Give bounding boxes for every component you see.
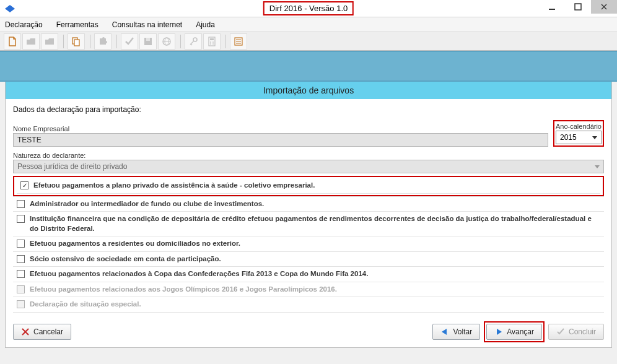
cancel-icon xyxy=(21,327,30,336)
check-label: Efetuou pagamentos a plano privado de as… xyxy=(33,181,315,191)
check-label: Efetuou pagamentos relacionados aos Jogo… xyxy=(30,285,337,295)
ano-value: 2015 xyxy=(560,133,577,142)
menu-ajuda[interactable]: Ajuda xyxy=(193,19,217,30)
svg-point-18 xyxy=(212,41,214,43)
checkbox-icon[interactable] xyxy=(17,200,25,208)
avancar-button[interactable]: Avançar xyxy=(486,324,542,340)
checkbox-icon[interactable] xyxy=(17,255,25,263)
toolbar-sep xyxy=(225,35,226,48)
cancelar-label: Cancelar xyxy=(33,327,63,336)
cancelar-button[interactable]: Cancelar xyxy=(13,324,71,340)
toolbar-puzzle-icon[interactable] xyxy=(94,33,112,50)
ano-label: Ano-calendário xyxy=(556,123,602,130)
toolbar-sep xyxy=(90,35,90,48)
chevron-down-icon xyxy=(592,136,597,139)
svg-rect-2 xyxy=(575,4,581,10)
svg-point-17 xyxy=(210,41,211,43)
title-highlight: Dirf 2016 - Versão 1.0 xyxy=(263,1,354,15)
check-row-inst-financeira[interactable]: Instituição financeira que na condição d… xyxy=(13,211,604,236)
svg-point-20 xyxy=(212,43,214,45)
checkbox-icon[interactable] xyxy=(17,270,25,278)
svg-rect-8 xyxy=(146,38,150,41)
toolbar-new-icon[interactable] xyxy=(4,33,21,50)
check-row-saude[interactable]: Efetuou pagamentos a plano privado de as… xyxy=(17,178,600,194)
panel-title: Importação de arquivos xyxy=(6,82,611,99)
toolbar xyxy=(0,32,617,51)
svg-line-14 xyxy=(191,44,192,45)
title-bar: Dirf 2016 - Versão 1.0 xyxy=(0,0,617,17)
back-icon xyxy=(440,327,449,336)
section-title: Dados da declaração para importação: xyxy=(13,105,604,114)
close-button[interactable] xyxy=(591,0,617,14)
svg-marker-28 xyxy=(497,329,502,335)
menu-declaracao[interactable]: Declaração xyxy=(2,19,45,30)
check-row-highlight: Efetuou pagamentos a plano privado de as… xyxy=(13,176,604,196)
toolbar-save-icon[interactable] xyxy=(139,33,157,50)
check-label: Efetuou pagamentos relacionados à Copa d… xyxy=(30,269,368,279)
concluir-button: Concluir xyxy=(548,324,604,340)
nome-label: Nome Empresarial xyxy=(13,125,548,132)
checkbox-list: Efetuou pagamentos a plano privado de as… xyxy=(13,177,604,313)
button-bar: Cancelar Voltar Avançar xyxy=(13,313,604,342)
checkbox-icon xyxy=(17,285,25,293)
nome-input[interactable]: TESTE xyxy=(13,133,548,147)
ano-select[interactable]: 2015 xyxy=(556,131,602,144)
natureza-value: Pessoa jurídica de direito privado xyxy=(17,162,127,171)
menu-bar: Declaração Ferramentas Consultas na inte… xyxy=(0,17,617,32)
toolbar-folder-icon[interactable] xyxy=(41,33,58,50)
checkbox-icon[interactable] xyxy=(20,181,28,189)
toolbar-calc-icon[interactable] xyxy=(203,33,221,50)
toolbar-list-icon[interactable] xyxy=(230,33,247,50)
forward-icon xyxy=(494,327,503,336)
toolbar-sep xyxy=(180,35,181,48)
checkbox-icon[interactable] xyxy=(17,215,25,223)
check-label: Declaração de situação especial. xyxy=(30,300,141,310)
toolbar-open-icon[interactable] xyxy=(22,33,40,50)
toolbar-check-icon[interactable] xyxy=(121,33,138,50)
check-row-olimpicos: Efetuou pagamentos relacionados aos Jogo… xyxy=(13,282,604,297)
toolbar-sep xyxy=(63,35,64,48)
toolbar-copy-icon[interactable] xyxy=(68,33,85,50)
svg-marker-27 xyxy=(442,329,447,335)
natureza-select[interactable]: Pessoa jurídica de direito privado xyxy=(13,160,604,173)
svg-marker-0 xyxy=(5,5,15,12)
svg-point-19 xyxy=(210,43,211,45)
check-label: Instituição financeira que na condição d… xyxy=(30,214,600,233)
maximize-button[interactable] xyxy=(565,0,591,14)
check-row-socio[interactable]: Sócio ostensivo de sociedade em conta de… xyxy=(13,251,604,267)
checkbox-icon xyxy=(17,300,25,308)
avancar-highlight: Avançar xyxy=(484,321,545,342)
svg-rect-1 xyxy=(549,9,555,10)
check-row-exterior[interactable]: Efetuou pagamentos a residentes ou domic… xyxy=(13,236,604,251)
check-label: Administrador ou intermediador de fundo … xyxy=(30,199,264,209)
window-title: Dirf 2016 - Versão 1.0 xyxy=(269,4,348,13)
minimize-button[interactable] xyxy=(539,0,565,14)
avancar-label: Avançar xyxy=(507,327,534,336)
toolbar-globe-icon[interactable] xyxy=(158,33,175,50)
chevron-down-icon xyxy=(595,165,600,168)
natureza-label: Natureza do declarante: xyxy=(13,152,604,159)
concluir-label: Concluir xyxy=(569,327,596,336)
check-label: Efetuou pagamentos a residentes ou domic… xyxy=(30,239,240,249)
toolbar-key-icon[interactable] xyxy=(185,33,202,50)
checkbox-icon[interactable] xyxy=(17,240,25,248)
check-icon xyxy=(556,327,565,336)
svg-line-13 xyxy=(190,41,194,45)
check-row-situacao-especial: Declaração de situação especial. xyxy=(13,297,604,313)
ano-highlight: Ano-calendário 2015 xyxy=(553,120,604,147)
voltar-button[interactable]: Voltar xyxy=(432,324,480,340)
check-label: Sócio ostensivo de sociedade em conta de… xyxy=(30,254,221,264)
svg-rect-16 xyxy=(210,38,214,40)
menu-consultas[interactable]: Consultas na internet xyxy=(110,19,185,30)
toolbar-sep xyxy=(116,35,117,48)
header-strip xyxy=(0,51,617,82)
voltar-label: Voltar xyxy=(453,327,472,336)
import-panel: Importação de arquivos Dados da declaraç… xyxy=(5,82,612,348)
app-icon xyxy=(4,2,16,15)
window-controls xyxy=(539,0,617,17)
svg-rect-6 xyxy=(74,40,79,46)
check-row-copa[interactable]: Efetuou pagamentos relacionados à Copa d… xyxy=(13,266,604,282)
menu-ferramentas[interactable]: Ferramentas xyxy=(54,19,101,30)
check-row-admin-fundo[interactable]: Administrador ou intermediador de fundo … xyxy=(13,196,604,212)
